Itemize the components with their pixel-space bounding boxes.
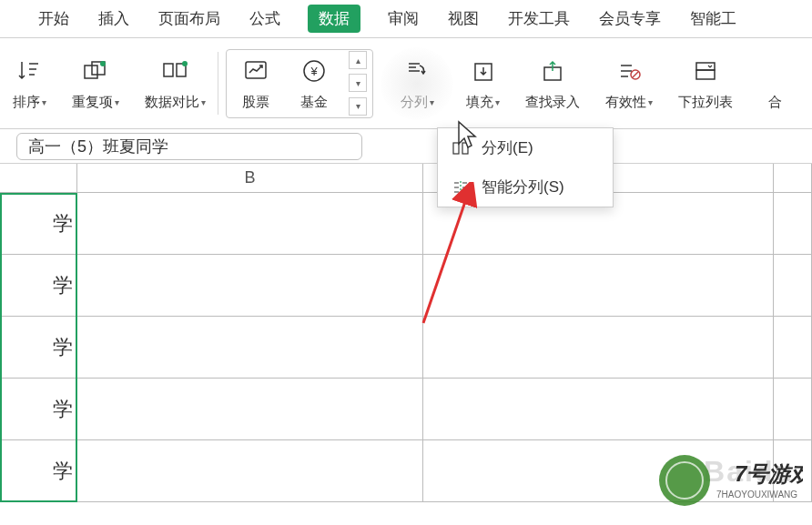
funds-icon: ¥ [298,56,330,88]
data-compare-label: 数据对比 [145,94,199,111]
tab-bar: 开始 插入 页面布局 公式 数据 审阅 视图 开发工具 会员专享 智能工 [0,0,812,38]
fill-label: 填充 [466,94,493,111]
tab-formula[interactable]: 公式 [248,5,282,33]
duplicates-button[interactable]: 重复项▾ [59,38,132,128]
tab-smart[interactable]: 智能工 [688,5,738,33]
dropdown-item-smart-split[interactable]: 智能分列(S) [438,167,613,207]
tab-data[interactable]: 数据 [308,5,360,33]
fill-icon [467,56,500,88]
cell[interactable] [77,317,423,378]
cell[interactable]: 学 [0,193,77,254]
tab-page-layout[interactable]: 页面布局 [157,5,222,33]
funds-button[interactable]: ¥ 基金 [285,50,343,117]
dropdown-list-label: 下拉列表 [678,94,733,111]
find-entry-label: 查找录入 [525,94,580,111]
svg-text:¥: ¥ [310,65,318,78]
column-headers: B C [0,164,812,193]
split-column-dropdown: 分列(E) 智能分列(S) [437,127,614,207]
dropdown-arrow-icon: ▾ [115,97,119,107]
svg-text:7号游戏: 7号游戏 [735,461,803,486]
cell[interactable] [774,255,812,316]
cell[interactable] [77,440,423,501]
cell[interactable]: 学 [0,440,77,501]
validity-label: 有效性 [605,94,646,111]
tab-view[interactable]: 视图 [446,5,481,33]
svg-point-2 [100,61,106,66]
split-column-label: 分列 [401,94,428,111]
dropdown-item-split[interactable]: 分列(E) [438,128,613,167]
data-compare-icon [159,56,192,88]
dropdown-arrow-icon: ▾ [42,97,46,107]
tab-developer[interactable]: 开发工具 [506,5,572,33]
dropdown-list-button[interactable]: 下拉列表 [665,38,746,128]
split-column-icon [401,56,433,88]
cell[interactable] [77,255,423,316]
sort-button[interactable]: 排序▾ [0,38,59,128]
funds-label: 基金 [300,94,328,111]
svg-rect-3 [164,64,173,76]
fill-button[interactable]: 填充▾ [453,38,513,128]
column-header-a[interactable] [0,164,77,192]
cell[interactable]: 学 [0,255,77,316]
merge-icon [758,56,791,88]
cell[interactable] [423,317,774,378]
table-row: 学 [0,255,812,317]
dropdown-item-label: 智能分列(S) [482,177,564,197]
data-type-next-button[interactable]: ▾ [349,74,367,92]
data-compare-button[interactable]: 数据对比▾ [132,38,218,128]
ribbon-toolbar: 排序▾ 重复项▾ 数据对比▾ [0,38,812,129]
duplicates-icon [79,56,112,88]
merge-button[interactable]: 合 [746,38,791,128]
svg-rect-12 [696,63,715,70]
stocks-icon [239,56,272,88]
dropdown-arrow-icon: ▾ [495,97,500,107]
cell[interactable]: 学 [0,379,77,439]
table-row: 学 [0,379,812,440]
dropdown-arrow-icon: ▾ [430,97,434,107]
dropdown-arrow-icon: ▾ [648,97,653,107]
validity-button[interactable]: 有效性▾ [593,38,665,128]
watermark-logo: 7号游戏 7HAOYOUXIWANG [648,449,803,516]
formula-input[interactable] [16,133,362,160]
column-header-d[interactable] [774,164,812,192]
tab-member[interactable]: 会员专享 [597,5,663,33]
svg-rect-0 [85,66,97,78]
cell[interactable] [774,379,812,439]
cell[interactable] [423,379,774,439]
cell[interactable] [423,255,774,316]
sort-label: 排序 [13,94,40,111]
dropdown-list-icon [689,56,722,88]
tab-insert[interactable]: 插入 [96,5,131,33]
data-type-more-button[interactable]: ▾ [349,97,367,116]
stocks-button[interactable]: 股票 [227,50,285,117]
sort-icon [14,56,46,88]
merge-label: 合 [768,94,782,111]
svg-rect-13 [696,70,715,79]
split-column-button[interactable]: 分列▾ [381,47,453,120]
column-header-b[interactable]: B [77,164,423,192]
cell[interactable] [77,379,423,439]
cell[interactable] [77,193,423,254]
table-row: 学 [0,317,812,379]
data-types-group: 股票 ¥ 基金 ▴ ▾ ▾ [226,49,373,118]
smart-split-icon [451,177,471,197]
svg-rect-14 [453,143,459,154]
find-entry-icon [536,56,569,88]
data-type-prev-button[interactable]: ▴ [349,51,367,69]
stocks-label: 股票 [242,94,269,111]
cell[interactable] [774,193,812,254]
svg-point-5 [182,61,188,66]
formula-bar [0,129,812,164]
svg-text:7HAOYOUXIWANG: 7HAOYOUXIWANG [716,490,797,500]
split-icon [451,138,471,158]
duplicates-label: 重复项 [72,94,113,111]
table-row: 学 [0,193,812,255]
validity-icon [613,56,645,88]
dropdown-arrow-icon: ▾ [201,97,206,107]
cell[interactable] [774,317,812,378]
tab-start[interactable]: 开始 [36,5,71,33]
tab-review[interactable]: 审阅 [386,5,421,33]
cell[interactable]: 学 [0,317,77,378]
find-entry-button[interactable]: 查找录入 [513,38,593,128]
dropdown-item-label: 分列(E) [482,137,533,158]
